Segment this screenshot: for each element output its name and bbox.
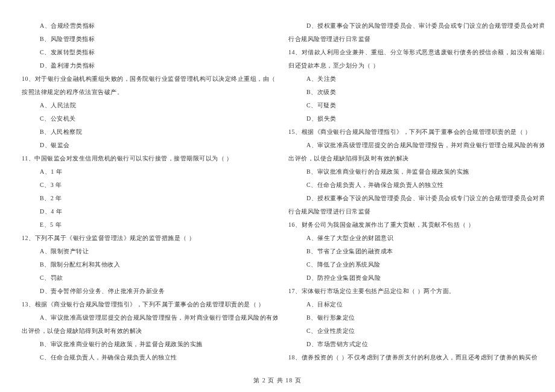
- text-line: 11、中国银监会对发生信用危机的银行可以实行接管，接管期限可以为（ ）: [22, 152, 278, 165]
- text-line: 行合规风险管理进行日常监督: [288, 205, 544, 218]
- text-line: A、限制资产转让: [22, 245, 278, 258]
- text-line: 10、对于银行业金融机构重组失败的，国务院银行业监督管理机构可以决定终止重组，由…: [22, 72, 278, 86]
- page-footer: 第 2 页 共 18 页: [0, 376, 555, 385]
- text-line: D、盈利潜力类指标: [22, 59, 278, 72]
- text-line: D、防控企业集团资金风险: [288, 271, 544, 285]
- text-line: B、审议批准商业银行的合规政策，并监督合规政策的实施: [288, 165, 544, 179]
- text-line: 出评价，以使合规缺陷得到及时有效的解决: [288, 152, 544, 165]
- text-line: B、人民检察院: [22, 125, 278, 139]
- text-line: C、任命合规负责人，并确保合规负责人的独立性: [288, 179, 544, 192]
- text-line: C、公安机关: [22, 112, 278, 125]
- text-line: 出评价，以使合规缺陷得到及时有效的解决: [22, 324, 278, 338]
- text-line: C、发展转型类指标: [22, 46, 278, 59]
- text-line: 13、根据《商业银行合规风险管理指引》，下列不属于董事会的合规管理职责的是（ ）: [22, 298, 278, 311]
- text-line: A、审议批准高级管理层提交的合规风险管理报告，并对商业银行管理合规风险的有效性作: [288, 139, 544, 152]
- text-line: B、限制分配红利和其他收入: [22, 258, 278, 271]
- left-column: A、合规经营类指标B、风险管理类指标C、发展转型类指标D、盈利潜力类指标10、对…: [22, 19, 278, 364]
- text-line: D、授权董事会下设的风险管理委员会、审计委员会或专门设立的合规管理委员会对商业银: [288, 19, 544, 33]
- text-line: A、合规经营类指标: [22, 19, 278, 33]
- text-line: 15、根据《商业银行合规风险管理指引》，下列不属于董事会的合规管理职责的是（ ）: [288, 125, 544, 139]
- text-line: B、节省了企业集团的融资成本: [288, 245, 544, 258]
- text-line: B、银行形象定位: [288, 311, 544, 324]
- text-line: D、4 年: [22, 205, 278, 218]
- text-line: B、审议批准商业银行的合规政策，并监督合规政策的实施: [22, 338, 278, 351]
- text-line: E、5 年: [22, 218, 278, 232]
- text-line: A、1 年: [22, 165, 278, 179]
- text-line: 18、债券投资的（ ）不仅考虑到了债券所支付的利息收入，而且还考虑到了债券的购买…: [288, 351, 544, 364]
- text-line: A、人民法院: [22, 99, 278, 112]
- text-line: B、2 年: [22, 192, 278, 205]
- text-line: 归还贷款本息，至少划分为（ ）: [288, 59, 544, 72]
- text-line: A、审议批准高级管理层提交的合规风险管理报告，并对商业银行管理合规风险的有效性作: [22, 311, 278, 324]
- text-line: 行合规风险管理进行日常监督: [288, 33, 544, 46]
- text-line: C、可疑类: [288, 99, 544, 112]
- text-line: A、关注类: [288, 72, 544, 86]
- text-line: C、降低了企业的系统风险: [288, 258, 544, 271]
- text-line: B、风险管理类指标: [22, 33, 278, 46]
- text-line: 12、下列不属于《银行业监督管理法》规定的监管措施是（ ）: [22, 232, 278, 245]
- text-line: 16、财务公司为我国金融发展作出了重大贡献，其贡献不包括（ ）: [288, 218, 544, 232]
- text-line: D、责令暂停部分业务、停止批准开办新业务: [22, 285, 278, 298]
- text-line: C、3 年: [22, 179, 278, 192]
- text-line: 17、宋体银行市场定位主要包括产品定位和（ ）两个方面。: [288, 285, 544, 298]
- exam-page: A、合规经营类指标B、风险管理类指标C、发展转型类指标D、盈利潜力类指标10、对…: [0, 0, 555, 370]
- right-column: D、授权董事会下设的风险管理委员会、审计委员会或专门设立的合规管理委员会对商业银…: [288, 19, 544, 364]
- text-line: B、次级类: [288, 86, 544, 99]
- text-line: C、罚款: [22, 271, 278, 285]
- text-line: C、企业性质定位: [288, 324, 544, 338]
- text-line: A、目标定位: [288, 298, 544, 311]
- text-line: D、市场营销方式定位: [288, 338, 544, 351]
- text-line: D、银监会: [22, 139, 278, 152]
- text-line: 14、对借款人利用企业兼并、重组、分立等形式恶意逃废银行债务的授信余额，如没有逾…: [288, 46, 544, 59]
- text-line: A、催生了大型企业的财团意识: [288, 232, 544, 245]
- text-line: D、授权董事会下设的风险管理委员会、审计委员会或专门设立的合规管理委员会对商业银: [288, 192, 544, 205]
- text-line: 按照法律规定的程序依法宣告破产。: [22, 86, 278, 99]
- text-line: C、任命合规负责人，并确保合规负责人的独立性: [22, 351, 278, 364]
- text-line: D、损失类: [288, 112, 544, 125]
